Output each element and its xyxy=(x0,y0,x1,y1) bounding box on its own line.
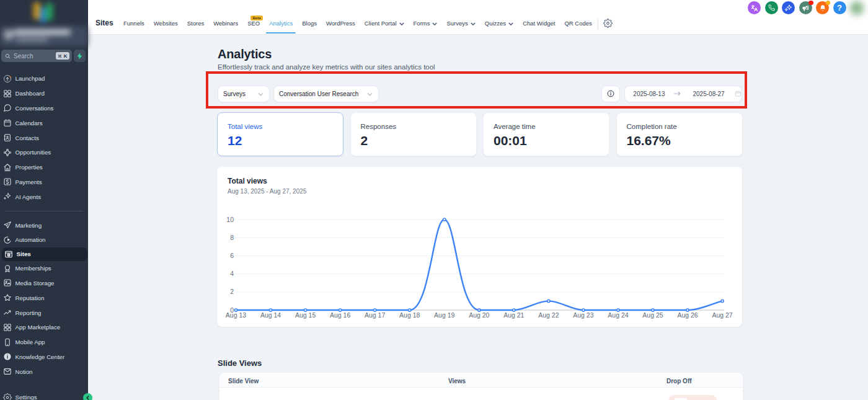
svg-text:Aug 20: Aug 20 xyxy=(469,311,489,319)
svg-text:Aug 13: Aug 13 xyxy=(226,311,246,319)
svg-text:Aug 24: Aug 24 xyxy=(608,311,628,319)
svg-text:Aug 25: Aug 25 xyxy=(642,311,663,319)
svg-text:2: 2 xyxy=(230,288,234,295)
svg-text:Aug 21: Aug 21 xyxy=(503,311,524,319)
svg-text:Aug 15: Aug 15 xyxy=(295,311,316,319)
svg-text:Aug 18: Aug 18 xyxy=(399,311,420,319)
svg-text:Aug 16: Aug 16 xyxy=(330,311,350,319)
svg-text:Aug 27: Aug 27 xyxy=(712,311,732,319)
svg-text:Aug 17: Aug 17 xyxy=(365,311,385,319)
svg-text:6: 6 xyxy=(230,252,234,259)
svg-text:8: 8 xyxy=(230,234,234,241)
svg-text:Aug 22: Aug 22 xyxy=(538,311,559,319)
svg-text:4: 4 xyxy=(230,270,234,277)
svg-text:10: 10 xyxy=(226,216,234,223)
svg-text:Aug 23: Aug 23 xyxy=(573,311,593,319)
svg-text:Aug 14: Aug 14 xyxy=(260,311,281,319)
svg-text:Aug 19: Aug 19 xyxy=(434,311,454,319)
svg-text:Aug 26: Aug 26 xyxy=(677,311,698,319)
